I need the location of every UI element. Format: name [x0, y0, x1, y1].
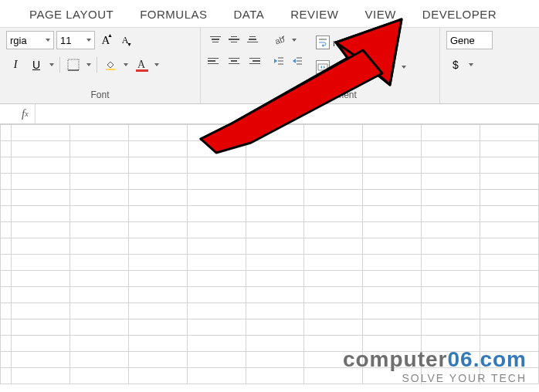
- increase-indent-button[interactable]: [289, 52, 306, 69]
- align-bottom-button[interactable]: [244, 31, 261, 48]
- chevron-down-icon: [86, 39, 91, 42]
- merge-center-label: erge & Center: [333, 62, 395, 73]
- tab-formulas[interactable]: FORMULAS: [140, 8, 207, 21]
- merge-icon: [316, 60, 330, 74]
- orientation-dropdown[interactable]: [290, 31, 298, 49]
- formula-input[interactable]: [36, 108, 539, 120]
- svg-rect-0: [68, 59, 79, 70]
- tab-page-layout[interactable]: PAGE LAYOUT: [29, 8, 114, 21]
- wrap-text-button[interactable]: rap Text: [312, 31, 410, 54]
- separator: [59, 57, 60, 73]
- svg-rect-2: [106, 69, 115, 70]
- tab-developer[interactable]: DEVELOPER: [422, 8, 497, 21]
- font-size-dropdown[interactable]: 11: [56, 31, 95, 49]
- fx-icon[interactable]: [15, 104, 36, 123]
- currency-button[interactable]: $: [446, 56, 465, 74]
- number-format-value: Gene: [450, 35, 475, 46]
- font-name-value: rgia: [10, 35, 27, 46]
- align-right-button[interactable]: [244, 52, 261, 69]
- decrease-font-button[interactable]: A ▼: [117, 31, 134, 49]
- group-label-font: Font: [6, 90, 194, 102]
- tab-data[interactable]: DATA: [233, 8, 264, 21]
- align-top-button[interactable]: [207, 31, 224, 48]
- group-label-alignment: Ament: [207, 90, 433, 102]
- watermark-sub: SOLVE YOUR TECH: [343, 372, 527, 384]
- border-icon: [67, 59, 80, 71]
- svg-rect-11: [318, 64, 327, 70]
- watermark-brand-b: 06.com: [448, 347, 527, 371]
- chevron-down-icon: [46, 39, 50, 42]
- fill-color-button[interactable]: [101, 56, 120, 74]
- font-size-value: 11: [60, 35, 71, 46]
- chevron-down-icon: [402, 66, 406, 69]
- borders-dropdown[interactable]: [85, 63, 93, 66]
- underline-button[interactable]: U: [27, 56, 46, 74]
- fill-color-dropdown[interactable]: [122, 63, 130, 66]
- number-format-dropdown[interactable]: Gene: [446, 31, 493, 49]
- align-center-button[interactable]: [225, 52, 242, 69]
- font-name-dropdown[interactable]: rgia: [6, 31, 54, 49]
- watermark-brand-a: computer: [343, 347, 448, 371]
- font-color-button[interactable]: A: [132, 56, 151, 74]
- formula-bar: [0, 104, 539, 124]
- increase-font-button[interactable]: A ▲: [97, 31, 114, 49]
- wrap-text-label: rap Text: [333, 37, 368, 49]
- separator: [97, 57, 97, 73]
- align-middle-button[interactable]: [225, 31, 242, 48]
- indent-left-icon: [273, 55, 285, 67]
- orientation-icon: ab: [273, 34, 286, 46]
- orientation-button[interactable]: ab: [270, 31, 289, 49]
- tab-view[interactable]: VIEW: [364, 8, 395, 21]
- bucket-icon: [104, 59, 117, 71]
- italic-button[interactable]: I: [6, 56, 25, 74]
- tab-review[interactable]: REVIEW: [290, 8, 338, 21]
- align-left-button[interactable]: [207, 52, 224, 69]
- ribbon: rgia 11 A ▲ A ▼ I U: [0, 27, 539, 104]
- watermark: computer06.com SOLVE YOUR TECH: [343, 347, 527, 384]
- currency-dropdown[interactable]: [467, 63, 475, 66]
- indent-right-icon: [291, 55, 303, 67]
- wrap-text-icon: [316, 35, 330, 49]
- underline-dropdown[interactable]: [48, 63, 56, 66]
- borders-button[interactable]: [64, 56, 83, 74]
- font-color-dropdown[interactable]: [153, 63, 161, 66]
- decrease-indent-button[interactable]: [270, 52, 287, 69]
- merge-center-button[interactable]: erge & Center: [312, 56, 410, 79]
- spreadsheet-grid[interactable]: [0, 124, 539, 384]
- color-swatch: [136, 69, 148, 72]
